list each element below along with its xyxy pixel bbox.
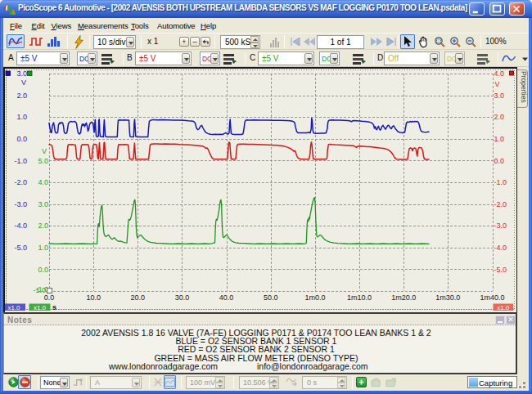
- svg-text:x1.0: x1.0: [7, 304, 20, 311]
- svg-text:3.0: 3.0: [38, 200, 48, 208]
- svg-text:1m40.0: 1m40.0: [480, 293, 504, 302]
- svg-text:-1.0: -1.0: [14, 157, 27, 165]
- svg-text:0.0: 0.0: [44, 293, 55, 302]
- svg-text:-5.0: -5.0: [14, 244, 27, 252]
- svg-text:-2.0: -2.0: [14, 178, 27, 186]
- svg-text:3.0: 3.0: [16, 69, 27, 78]
- svg-text:-1.0: -1.0: [33, 286, 46, 294]
- svg-text:-3.0: -3.0: [494, 222, 507, 230]
- svg-text:-4.0: -4.0: [14, 222, 27, 230]
- svg-text:-3.0: -3.0: [14, 200, 27, 208]
- svg-text:1.0: 1.0: [494, 135, 505, 143]
- svg-text:2.0: 2.0: [16, 92, 27, 100]
- svg-text:50.0: 50.0: [264, 293, 278, 302]
- svg-text:0.0: 0.0: [494, 157, 505, 165]
- svg-text:4.0: 4.0: [494, 69, 505, 78]
- svg-text:30.0: 30.0: [175, 293, 190, 302]
- svg-text:1.0: 1.0: [16, 113, 27, 121]
- svg-text:0.0: 0.0: [16, 135, 27, 143]
- svg-text:s: s: [52, 303, 56, 311]
- svg-text:V: V: [495, 80, 500, 88]
- svg-text:x1.0: x1.0: [497, 304, 510, 311]
- svg-text:2.0: 2.0: [38, 222, 48, 230]
- svg-text:1m20.0: 1m20.0: [391, 293, 416, 302]
- svg-text:2.0: 2.0: [494, 113, 505, 121]
- svg-text:5.0: 5.0: [38, 157, 48, 165]
- svg-text:4.0: 4.0: [38, 178, 48, 186]
- svg-text:0.0: 0.0: [38, 266, 48, 274]
- svg-text:20.0: 20.0: [131, 293, 146, 302]
- svg-text:3.0: 3.0: [494, 92, 505, 100]
- svg-text:40.0: 40.0: [219, 293, 234, 302]
- svg-text:10.0: 10.0: [86, 293, 101, 302]
- svg-text:1m30.0: 1m30.0: [435, 293, 460, 302]
- svg-text:V: V: [42, 147, 47, 155]
- svg-text:1m10.0: 1m10.0: [347, 293, 372, 302]
- svg-text:V: V: [21, 78, 26, 87]
- svg-text:1m0.0: 1m0.0: [304, 293, 325, 302]
- svg-text:-4.0: -4.0: [494, 244, 507, 252]
- svg-text:-5.0: -5.0: [494, 266, 507, 274]
- svg-text:-1.0: -1.0: [494, 178, 507, 186]
- svg-text:x1.0: x1.0: [34, 304, 47, 311]
- svg-text:1.0: 1.0: [38, 244, 48, 252]
- svg-text:-2.0: -2.0: [494, 200, 507, 208]
